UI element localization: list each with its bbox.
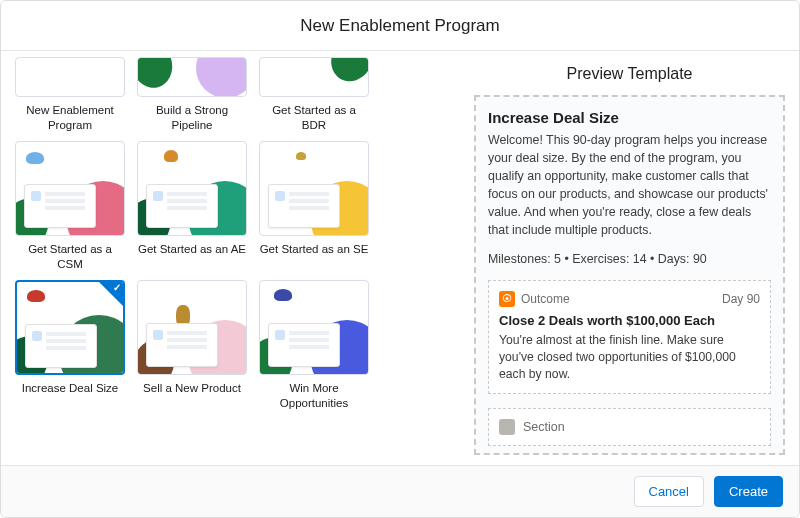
template-grid: New Enablement Program Build a Strong Pi… xyxy=(15,57,445,411)
template-label: Get Started as an AE xyxy=(138,242,246,257)
preview-pane-title: Preview Template xyxy=(460,51,799,95)
template-card-csm[interactable] xyxy=(15,141,125,236)
template-card-increase-deal-size[interactable] xyxy=(15,280,125,375)
selected-check-icon xyxy=(99,282,123,306)
template-tile: Build a Strong Pipeline xyxy=(137,57,247,133)
template-label: Get Started as an SE xyxy=(260,242,369,257)
outcome-day: Day 90 xyxy=(722,292,760,306)
section-label: Section xyxy=(523,420,565,434)
template-card-win-more[interactable] xyxy=(259,280,369,375)
modal-title: New Enablement Program xyxy=(1,1,799,51)
template-tile: Get Started as an AE xyxy=(137,141,247,272)
section-icon xyxy=(499,419,515,435)
create-button[interactable]: Create xyxy=(714,476,783,507)
preview-outcome-card: ⦿ Outcome Day 90 Close 2 Deals worth $10… xyxy=(488,280,771,394)
preview-title: Increase Deal Size xyxy=(488,109,771,126)
template-label: Build a Strong Pipeline xyxy=(137,103,247,133)
template-card-strong-pipeline[interactable] xyxy=(137,57,247,97)
template-tile: Get Started as a CSM xyxy=(15,141,125,272)
preview-content: Increase Deal Size Welcome! This 90-day … xyxy=(474,95,785,455)
cancel-button[interactable]: Cancel xyxy=(634,476,704,507)
template-card-bdr[interactable] xyxy=(259,57,369,97)
template-tile: Get Started as an SE xyxy=(259,141,369,272)
template-label: Get Started as a BDR xyxy=(259,103,369,133)
outcome-header: ⦿ Outcome Day 90 xyxy=(499,291,760,307)
template-tile: Increase Deal Size xyxy=(15,280,125,411)
template-tile: Sell a New Product xyxy=(137,280,247,411)
template-tile: Win More Opportunities xyxy=(259,280,369,411)
template-card-se[interactable] xyxy=(259,141,369,236)
template-tile: Get Started as a BDR xyxy=(259,57,369,133)
preview-meta: Milestones: 5 • Exercises: 14 • Days: 90 xyxy=(488,252,771,266)
template-tile: New Enablement Program xyxy=(15,57,125,133)
outcome-title: Close 2 Deals worth $100,000 Each xyxy=(499,313,760,328)
outcome-description: You're almost at the finish line. Make s… xyxy=(499,332,760,383)
template-label: Increase Deal Size xyxy=(22,381,119,396)
modal-footer: Cancel Create xyxy=(1,465,799,517)
template-label: Win More Opportunities xyxy=(259,381,369,411)
template-label: New Enablement Program xyxy=(15,103,125,133)
outcome-tag-label: Outcome xyxy=(521,292,570,306)
template-card-ae[interactable] xyxy=(137,141,247,236)
outcome-icon: ⦿ xyxy=(499,291,515,307)
template-card-new-program[interactable] xyxy=(15,57,125,97)
preview-description: Welcome! This 90-day program helps you i… xyxy=(488,132,771,240)
template-grid-pane: New Enablement Program Build a Strong Pi… xyxy=(1,51,459,465)
preview-section-card: Section xyxy=(488,408,771,446)
template-card-sell-new-product[interactable] xyxy=(137,280,247,375)
template-label: Get Started as a CSM xyxy=(15,242,125,272)
template-label: Sell a New Product xyxy=(143,381,241,396)
preview-pane: Preview Template Increase Deal Size Welc… xyxy=(459,51,799,465)
modal-body: New Enablement Program Build a Strong Pi… xyxy=(1,51,799,465)
